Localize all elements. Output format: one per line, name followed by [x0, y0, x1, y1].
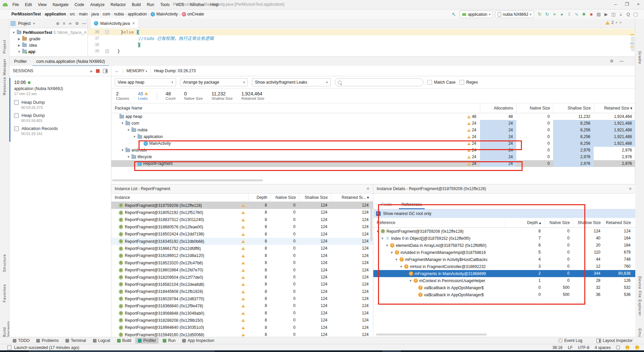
- column-header-retained-size[interactable]: Retained Size ▾: [594, 103, 636, 113]
- instance-row[interactable]: IReportFragment@318602864 (0x12fd7e70)80…: [111, 267, 373, 274]
- restore-button[interactable]: ❐: [621, 0, 633, 9]
- instance-row[interactable]: IReportFragment@318837312 (0x13011240)80…: [111, 216, 373, 223]
- prev-warning-icon[interactable]: ˄: [615, 21, 618, 25]
- session-entry[interactable]: Heap Dump00:03:26.273: [14, 100, 111, 109]
- session-entry[interactable]: Heap Dump00:01:59.801: [14, 113, 111, 123]
- breadcrumb-item[interactable]: com: [103, 12, 110, 16]
- project-tree-item[interactable]: ▶.idea: [9, 42, 88, 48]
- tree-chevron-icon[interactable]: ▼: [395, 258, 398, 261]
- breadcrumb-item[interactable]: java: [92, 12, 99, 16]
- package-row[interactable]: ▼nubia242408,2561,921,488: [111, 127, 635, 133]
- tree-chevron-icon[interactable]: ▼: [121, 122, 124, 125]
- breadcrumb-item[interactable]: CMainActivity: [151, 12, 178, 16]
- gear-icon[interactable]: ⚙: [75, 21, 79, 26]
- expand-all-icon[interactable]: ≡: [63, 21, 65, 26]
- close-tab-icon[interactable]: ✕: [132, 21, 135, 26]
- instance-row[interactable]: IReportFragment@318984640 (0x130351c0)80…: [111, 324, 373, 331]
- search-everywhere-icon[interactable]: Q: [625, 12, 632, 17]
- menu-tools[interactable]: Tools: [158, 1, 172, 8]
- lock-icon[interactable]: [616, 346, 620, 349]
- tree-chevron-icon[interactable]: ▼: [12, 31, 15, 34]
- menu-view[interactable]: View: [35, 1, 49, 8]
- reference-row[interactable]: ▼fmFragments in MainActivity@31868699203…: [373, 270, 635, 277]
- arrangement-select[interactable]: Arrange by package▾: [180, 78, 248, 86]
- layout-inspector-button[interactable]: Layout Inspector: [594, 338, 635, 344]
- close-button[interactable]: ×: [633, 0, 644, 9]
- tab-profiler-home[interactable]: Profiler: [9, 57, 32, 66]
- menu-file[interactable]: File: [10, 1, 21, 8]
- event-log-button[interactable]: Event Log: [556, 338, 585, 344]
- match-case-checkbox[interactable]: Match Case: [427, 80, 455, 85]
- apply-code-changes-icon[interactable]: ≡: [551, 12, 558, 17]
- debug-icon[interactable]: ●: [558, 12, 566, 17]
- run-config-select[interactable]: application ▾: [460, 10, 493, 18]
- reference-row[interactable]: ▼fmAdded in FragmentManagerImpl@31875861…: [373, 249, 635, 256]
- instance-row[interactable]: IReportFragment@318759208 (0x12ffe128)80…: [111, 202, 373, 209]
- column-header-retained-si-[interactable]: Retained Si... ▾: [331, 193, 372, 202]
- tab-references[interactable]: References: [397, 200, 426, 209]
- column-header-depth[interactable]: Depth ▴: [505, 218, 544, 227]
- tree-chevron-icon[interactable]: ▼: [381, 237, 384, 240]
- menu-edit[interactable]: Edit: [22, 1, 35, 8]
- project-tree-item[interactable]: ▶.gradle: [9, 36, 88, 42]
- back-icon[interactable]: ←: [115, 68, 119, 74]
- heap-scope-select[interactable]: View app heap▾: [115, 78, 176, 86]
- bottom-bar-profiler[interactable]: Profiler: [135, 338, 159, 344]
- tab-fields[interactable]: Fields: [377, 200, 396, 209]
- instance-row[interactable]: IReportFragment@319068848 (0x13049ab0)80…: [111, 310, 373, 317]
- instance-row[interactable]: IReportFragment@318680576 (0x12feae00)80…: [111, 223, 373, 230]
- tree-chevron-icon[interactable]: ▼: [121, 148, 124, 152]
- column-header-reference[interactable]: Reference: [377, 218, 395, 227]
- package-row[interactable]: ▼application242408,2561,921,488: [111, 133, 635, 140]
- session-item[interactable]: 10:06: [14, 80, 111, 85]
- tree-chevron-icon[interactable]: ▼: [409, 279, 412, 282]
- column-header-native-size[interactable]: Native Size: [516, 103, 553, 113]
- sidebar-item-gradle[interactable]: Gradle: [638, 51, 642, 64]
- reference-row[interactable]: ▼fmFragmentManager in Activity$HostCallb…: [373, 256, 635, 263]
- inspections-widget[interactable]: 2 ˄ ˅: [605, 20, 622, 25]
- locate-file-icon[interactable]: ⊕: [56, 21, 59, 26]
- reference-row[interactable]: ▼fmContext in PermissionUsageHelper10281…: [373, 277, 635, 284]
- minimize-button[interactable]: –: [610, 0, 621, 9]
- reference-row[interactable]: fval$callback in AppOpsManager$050032532: [373, 284, 635, 291]
- tree-chevron-icon[interactable]: ▼: [17, 50, 21, 53]
- tree-chevron-icon[interactable]: ▶: [17, 44, 21, 47]
- sidebar-item-favorites[interactable]: Favorites: [2, 284, 6, 302]
- memory-stage-selector[interactable]: MEMORY ▾: [126, 69, 147, 73]
- add-session-icon[interactable]: +: [90, 68, 93, 74]
- horizontal-scrollbar[interactable]: [376, 334, 487, 336]
- sidebar-item-device-file-explorer[interactable]: Device File Explorer: [638, 276, 642, 316]
- horizontal-scrollbar[interactable]: [112, 179, 263, 181]
- regex-checkbox[interactable]: Regex: [460, 80, 478, 85]
- menu-run[interactable]: Run: [144, 1, 157, 8]
- tree-chevron-icon[interactable]: ▼: [404, 272, 408, 275]
- package-row[interactable]: ▼androidx242402,9762,976: [111, 147, 635, 153]
- breadcrumb-item[interactable]: application: [128, 12, 147, 16]
- package-row[interactable]: ▼com242408,2561,921,488: [111, 120, 635, 127]
- collapse-sessions-icon[interactable]: [103, 69, 108, 73]
- sync-icon[interactable]: ▤: [595, 12, 602, 17]
- session-entry[interactable]: Allocation Records00:01:29.161: [14, 126, 111, 136]
- next-warning-icon[interactable]: ˅: [620, 21, 622, 25]
- project-view-selector[interactable]: Project: [18, 21, 31, 26]
- indent-setting[interactable]: 4 spaces: [595, 345, 611, 350]
- sidebar-item-structure[interactable]: Structure: [2, 254, 6, 272]
- sidebar-item-project[interactable]: Project: [2, 40, 6, 53]
- column-header-instance[interactable]: Instance: [115, 193, 130, 202]
- close-icon[interactable]: ✕: [366, 186, 370, 191]
- instance-row[interactable]: IReportFragment@316028784 (0x12d63770)80…: [111, 295, 373, 302]
- bottom-bar-terminal[interactable]: Terminal: [63, 338, 89, 344]
- instance-row[interactable]: IReportFragment@316186912 (0x12d8a120)80…: [111, 252, 373, 259]
- line-ending[interactable]: LF: [568, 345, 573, 350]
- package-row[interactable]: app heap4848011,2321,924,464: [111, 113, 635, 120]
- menu-build[interactable]: Build: [129, 1, 144, 8]
- column-header-shallow-size[interactable]: Shallow Size: [299, 193, 331, 202]
- bottom-bar-build[interactable]: Build: [114, 338, 134, 344]
- project-tree-item[interactable]: ▼PerMissionTest E:\Work_Space_A: [9, 29, 88, 36]
- instance-row[interactable]: IReportFragment@318445608 (0x12fb1828)80…: [111, 288, 373, 295]
- hide-panel-icon[interactable]: —: [82, 21, 86, 26]
- editor-line[interactable]: 37//todo 已有权限，执行正常业务逻辑: [88, 35, 635, 42]
- column-header-shallow-size[interactable]: Shallow Size: [553, 103, 594, 113]
- bottom-bar-todo[interactable]: TODO: [10, 338, 32, 344]
- column-header-native-size[interactable]: Native Size: [544, 218, 573, 227]
